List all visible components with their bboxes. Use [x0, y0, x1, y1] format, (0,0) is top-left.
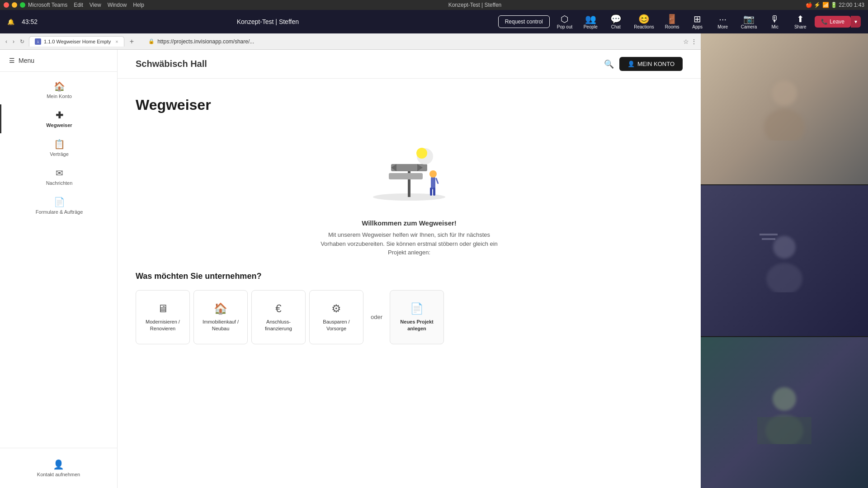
person3-silhouette — [757, 381, 811, 444]
more-button[interactable]: ··· More — [712, 13, 734, 31]
section-question: Was möchten Sie unternehmen? — [136, 272, 683, 281]
mein-konto-button[interactable]: 👤 MEIN KONTO — [619, 57, 683, 71]
welcome-section: Willkommen zum Wegweiser! Mit unserem We… — [136, 219, 683, 257]
leave-button[interactable]: 📞 Leave — [815, 16, 851, 28]
browser-back-button[interactable]: ‹ — [4, 38, 9, 46]
reactions-icon: 😊 — [638, 14, 650, 23]
svg-rect-17 — [762, 238, 775, 240]
app-content: ☰ Menu 🏠 Mein Konto ✚ Wegweiser 📋 Verträ… — [0, 50, 701, 488]
sidebar-mein-konto-label: Mein Konto — [47, 94, 72, 99]
sidebar-wegweiser-label: Wegweiser — [46, 122, 72, 128]
popout-button[interactable]: ⬡ Pop out — [553, 13, 576, 31]
chat-button[interactable]: 💬 Chat — [605, 13, 627, 31]
svg-rect-10 — [435, 178, 439, 184]
app-main: Schwäbisch Hall 🔍 👤 MEIN KONTO Wegweiser — [118, 50, 701, 488]
tab-close-icon[interactable]: × — [115, 39, 118, 44]
meeting-timer: 43:52 — [22, 18, 38, 25]
video-feed-3 — [701, 336, 868, 488]
reactions-button[interactable]: 😊 Reactions — [630, 13, 657, 31]
apps-icon: ⊞ — [693, 14, 701, 23]
card-bausparen[interactable]: ⚙ Bausparen / Vorsorge — [309, 290, 363, 344]
sidebar-nachrichten-label: Nachrichten — [46, 180, 73, 186]
sidebar-item-mein-konto[interactable]: 🏠 Mein Konto — [0, 75, 117, 104]
mac-status-bar: 🍎 ⚡ 📶 🔋 22:00 1:43 — [806, 2, 864, 8]
mic-button[interactable]: 🎙 Mic — [764, 13, 786, 31]
app-sidebar: ☰ Menu 🏠 Mein Konto ✚ Wegweiser 📋 Verträ… — [0, 50, 118, 488]
mac-title: Konzept-Test | Steffen — [147, 2, 803, 8]
svg-point-13 — [772, 80, 797, 106]
maximize-dot[interactable] — [20, 2, 25, 8]
chat-icon: 💬 — [610, 14, 622, 23]
close-dot[interactable] — [4, 2, 9, 8]
sidebar-item-wegweiser[interactable]: ✚ Wegweiser — [0, 104, 117, 133]
svg-point-15 — [773, 236, 796, 258]
people-label: People — [584, 24, 598, 29]
sidebar-item-formulare[interactable]: 📄 Formulare & Aufträge — [0, 191, 117, 220]
card-anschluss[interactable]: € Anschluss-finanzierung — [251, 290, 306, 344]
toolbar-right: Request control ⬡ Pop out 👥 People 💬 Cha… — [498, 13, 861, 31]
svg-point-12 — [416, 148, 427, 159]
immobilienkauf-label: Immobilienkauf / Neubau — [198, 319, 243, 332]
hamburger-icon: ☰ — [9, 57, 15, 64]
menu-label: Menu — [19, 57, 34, 64]
tab-label: 1.1.0 Wegweiser Home Empty — [44, 39, 111, 44]
wegweiser-icon: ✚ — [56, 110, 63, 121]
contracts-icon: 📋 — [54, 139, 65, 150]
mac-app-name[interactable]: Microsoft Teams — [28, 2, 67, 8]
sidebar-menu-header[interactable]: ☰ Menu — [0, 50, 117, 72]
browser-settings-icon[interactable]: ⋮ — [691, 38, 697, 45]
immobilienkauf-icon: 🏠 — [214, 302, 227, 315]
address-bar[interactable]: 🔒 https://projects.invisionapp.com/share… — [143, 38, 677, 46]
camera-label: Camera — [741, 24, 757, 29]
mac-menu: Microsoft Teams Edit View Window Help — [28, 2, 144, 8]
teams-toolbar: 🔔 43:52 Konzept-Test | Steffen Request c… — [0, 10, 868, 33]
contact-icon: 👤 — [53, 459, 64, 470]
rooms-button[interactable]: 🚪 Rooms — [661, 13, 683, 31]
request-control-button[interactable]: Request control — [498, 15, 550, 28]
share-button[interactable]: ⬆ Share — [789, 13, 811, 31]
rooms-icon: 🚪 — [666, 14, 678, 23]
svg-rect-21 — [757, 417, 811, 444]
sidebar-item-vertraege[interactable]: 📋 Verträge — [0, 133, 117, 162]
mac-edit-menu[interactable]: Edit — [74, 2, 83, 8]
main-area: ‹ › ↻ 1 1.1.0 Wegweiser Home Empty × + 🔒… — [0, 33, 868, 488]
mac-window-menu[interactable]: Window — [108, 2, 127, 8]
video-person2 — [701, 185, 868, 336]
bausparen-icon: ⚙ — [331, 302, 341, 315]
sidebar-item-kontakt[interactable]: 👤 Kontakt aufnehmen — [7, 455, 110, 481]
welcome-desc: Mit unserem Wegweiser helfen wir Ihnen, … — [319, 230, 500, 257]
search-button[interactable]: 🔍 — [604, 59, 614, 69]
sidebar-bottom: 👤 Kontakt aufnehmen — [0, 448, 117, 488]
people-button[interactable]: 👥 People — [580, 13, 601, 31]
oder-text: oder — [367, 314, 386, 320]
page-body: Wegweiser — [118, 79, 701, 362]
card-immobilienkauf[interactable]: 🏠 Immobilienkauf / Neubau — [193, 290, 248, 344]
sidebar-item-nachrichten[interactable]: ✉ Nachrichten — [0, 162, 117, 191]
browser-forward-button[interactable]: › — [11, 38, 16, 46]
person2-silhouette — [757, 229, 811, 292]
browser-refresh-button[interactable]: ↻ — [18, 38, 26, 46]
apps-button[interactable]: ⊞ Apps — [687, 13, 708, 31]
camera-button[interactable]: 📷 Camera — [737, 13, 761, 31]
svg-rect-6 — [431, 177, 435, 189]
leave-dropdown-button[interactable]: ▾ — [851, 16, 861, 28]
card-modernisieren[interactable]: 🖥 Modernisieren / Renovieren — [136, 290, 190, 344]
app-header: Schwäbisch Hall 🔍 👤 MEIN KONTO — [118, 50, 701, 79]
lock-icon: 🔒 — [148, 38, 155, 44]
browser-actions: ☆ ⋮ — [683, 38, 697, 45]
reactions-label: Reactions — [634, 24, 654, 29]
mac-view-menu[interactable]: View — [90, 2, 101, 8]
video-feed-2 — [701, 184, 868, 336]
bookmark-icon[interactable]: ☆ — [683, 38, 689, 45]
card-new-project[interactable]: 📄 Neues Projekt anlegen — [390, 290, 444, 344]
welcome-title: Willkommen zum Wegweiser! — [136, 219, 683, 227]
toolbar-left: 🔔 43:52 — [7, 18, 38, 25]
new-project-label: Neues Projekt anlegen — [395, 319, 439, 332]
browser-tab[interactable]: 1 1.1.0 Wegweiser Home Empty × — [29, 36, 124, 47]
more-icon: ··· — [719, 14, 726, 23]
new-tab-button[interactable]: + — [127, 38, 137, 46]
wegweiser-svg — [364, 131, 454, 204]
cards-row: 🖥 Modernisieren / Renovieren 🏠 Immobilie… — [136, 290, 683, 344]
minimize-dot[interactable] — [12, 2, 17, 8]
mac-help-menu[interactable]: Help — [133, 2, 144, 8]
